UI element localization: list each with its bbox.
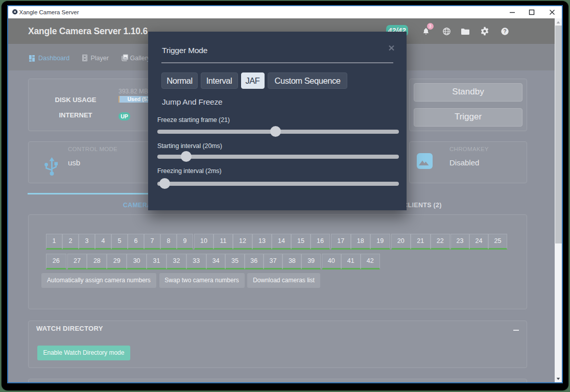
svg-text:?: ? (503, 29, 506, 34)
